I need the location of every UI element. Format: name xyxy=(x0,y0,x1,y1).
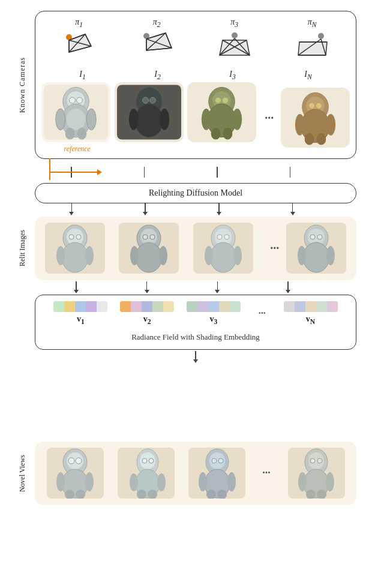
pe-arrow xyxy=(193,351,198,364)
svg-point-124 xyxy=(218,458,223,463)
camera-2-label: π2 xyxy=(153,17,161,29)
v3-label: v3 xyxy=(210,314,218,326)
image-card-3 xyxy=(187,82,256,142)
svg-point-64 xyxy=(326,114,335,136)
ellipsis-embed: ··· xyxy=(253,308,271,319)
da3-head xyxy=(217,212,221,215)
seg-vn-1 xyxy=(284,301,295,312)
pr1-line xyxy=(76,281,77,290)
svg-point-45 xyxy=(142,97,148,103)
relit-robot-2 xyxy=(119,223,179,274)
svg-point-126 xyxy=(199,472,207,491)
vcn-line xyxy=(290,167,291,178)
ellipsis-1: ··· xyxy=(260,111,278,125)
svg-point-95 xyxy=(317,235,322,239)
diffusion-area: Relighting Diffusion Model xyxy=(18,161,366,203)
cameras-row: π1 π2 xyxy=(40,17,351,70)
side-label-container-top: Known Cameras xyxy=(18,11,31,159)
svg-point-54 xyxy=(233,109,242,130)
color-bar-vn xyxy=(284,301,338,312)
right-spacer-diff xyxy=(360,161,366,203)
down-arrows-post-diff xyxy=(35,203,356,217)
spacer-pa xyxy=(18,203,31,217)
right-spacer-top xyxy=(360,11,366,159)
svg-point-36 xyxy=(87,109,97,130)
seg-v1-2 xyxy=(64,301,75,312)
camera-1-label: π1 xyxy=(75,17,83,29)
seg-v1-1 xyxy=(53,301,64,312)
svg-point-106 xyxy=(56,472,65,491)
novel-image-4 xyxy=(286,446,346,500)
da3 xyxy=(217,203,221,217)
svg-point-127 xyxy=(227,472,236,491)
svg-point-66 xyxy=(316,133,326,145)
seg-v1-4 xyxy=(86,301,97,312)
top-section-wrapper: Known Cameras π1 xyxy=(18,11,366,159)
svg-point-90 xyxy=(233,246,242,265)
img1-container: reference xyxy=(41,82,110,154)
prn-head xyxy=(286,290,290,293)
svg-point-55 xyxy=(211,127,221,139)
svg-point-79 xyxy=(150,235,155,239)
diffusion-model-box: Relighting Diffusion Model xyxy=(35,183,356,203)
embedding-v3: v3 xyxy=(187,301,241,326)
relit-images-label: Relit Images xyxy=(18,230,31,266)
relit-robot-n xyxy=(286,223,346,274)
diffusion-content: Relighting Diffusion Model xyxy=(35,161,356,203)
da1 xyxy=(69,203,74,217)
seg-v1-5 xyxy=(97,301,107,312)
relit-section-wrapper: Relit Images xyxy=(18,217,366,280)
pr3-head xyxy=(215,290,220,293)
da2 xyxy=(143,203,148,217)
svg-point-102 xyxy=(68,458,74,464)
svg-marker-9 xyxy=(146,33,172,50)
novel-image-3 xyxy=(187,446,247,500)
svg-point-56 xyxy=(223,127,233,139)
relit-image-2 xyxy=(118,221,181,275)
robot-img-1 xyxy=(44,85,108,140)
svg-point-44 xyxy=(160,109,169,130)
seg-v2-5 xyxy=(163,301,174,312)
svg-point-88 xyxy=(210,242,236,272)
seg-v3-2 xyxy=(197,301,208,312)
svg-point-43 xyxy=(129,109,139,130)
relit-dots-last: ··· xyxy=(266,221,348,275)
svg-point-38 xyxy=(77,127,87,139)
camera-2-icon xyxy=(136,31,178,67)
relit-image-n xyxy=(285,221,348,275)
post-relit-arrows-row xyxy=(18,281,366,295)
svg-point-37 xyxy=(65,127,75,139)
novel-robot-3 xyxy=(188,448,245,499)
svg-point-113 xyxy=(142,458,147,463)
novel-images-box: ··· xyxy=(35,442,356,505)
svg-point-89 xyxy=(205,246,213,265)
embedding-box: v1 v2 xyxy=(35,295,356,350)
svg-point-35 xyxy=(56,109,65,130)
svg-point-65 xyxy=(304,133,314,145)
color-bar-v2 xyxy=(120,301,174,312)
spacer-emb xyxy=(18,295,31,350)
seg-vn-2 xyxy=(295,301,305,312)
da1-line xyxy=(71,203,73,212)
dan-line xyxy=(292,203,293,212)
relit-label-container: Relit Images xyxy=(18,230,31,266)
svg-point-72 xyxy=(62,242,88,272)
robot-img-3 xyxy=(190,85,254,140)
embedding-v2: v2 xyxy=(120,301,174,326)
svg-point-107 xyxy=(85,472,94,491)
svg-point-82 xyxy=(159,246,167,265)
seg-v3-5 xyxy=(230,301,241,312)
svg-point-87 xyxy=(224,235,229,239)
v1-label: v1 xyxy=(77,314,85,326)
svg-point-74 xyxy=(85,246,94,265)
seg-v2-2 xyxy=(131,301,142,312)
orange-v-line xyxy=(49,158,50,180)
svg-point-50 xyxy=(215,97,221,103)
seg-v2-3 xyxy=(142,301,152,312)
right-spacer-pa xyxy=(360,203,366,217)
embedding-vectors-row: v1 v2 xyxy=(47,301,344,326)
robot-img-2 xyxy=(117,85,181,140)
pr3-line xyxy=(217,281,218,290)
embedding-title-container: Radiance Field with Shading Embedding xyxy=(47,329,344,343)
seg-vn-4 xyxy=(316,301,327,312)
